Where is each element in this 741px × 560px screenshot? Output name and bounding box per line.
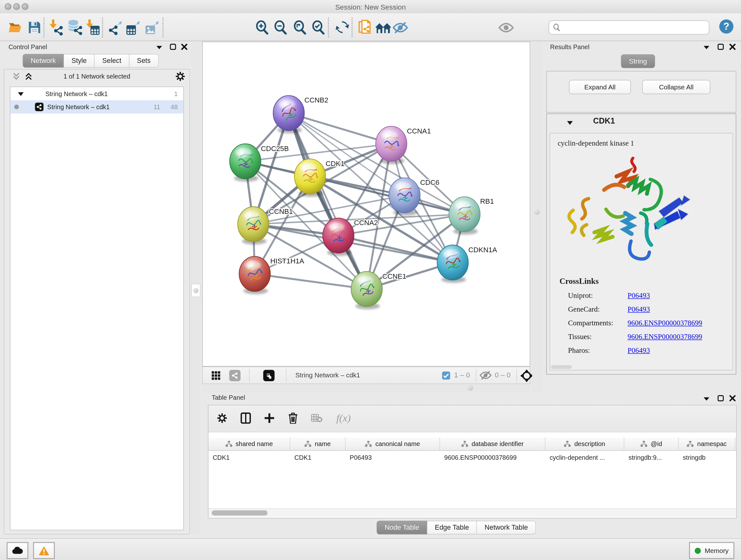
right-splitter[interactable]	[532, 42, 542, 392]
apply-layout-icon[interactable]	[333, 18, 351, 37]
warnings-button[interactable]	[33, 542, 55, 559]
crosslink-label: Pharos:	[568, 346, 628, 355]
table-panel-maximize-icon[interactable]	[718, 395, 724, 401]
import-table-icon[interactable]	[84, 18, 102, 37]
column-header-description[interactable]: description	[545, 437, 624, 450]
results-panel-float-icon[interactable]	[703, 45, 710, 50]
table-header-row[interactable]: shared namenamecanonical namedatabase id…	[208, 437, 736, 450]
table-hscrollbar[interactable]	[208, 509, 736, 517]
tab-string[interactable]: String	[621, 54, 655, 68]
stringapp-home-icon[interactable]	[374, 18, 392, 37]
network-collection-row[interactable]: String Network – cdk1 1	[10, 87, 184, 100]
results-hscroll-thumb[interactable]	[551, 365, 572, 369]
add-column-icon[interactable]	[261, 410, 277, 426]
column-header-canonical-name[interactable]: canonical name	[346, 437, 440, 450]
column-header-namespac[interactable]: namespac	[679, 437, 736, 450]
grid-view-icon[interactable]	[211, 371, 221, 380]
network-row[interactable]: String Network – cdk1 11 48	[10, 100, 184, 113]
import-network-database-icon[interactable]	[66, 18, 84, 37]
toolbar-search[interactable]	[549, 20, 709, 35]
title-bar[interactable]: Session: New Session	[0, 0, 741, 14]
memory-button[interactable]: Memory	[689, 542, 734, 559]
table-row[interactable]: CDK1CDK1P064939606.ENSP00000378699cyclin…	[208, 451, 736, 464]
network-node-CCNA1[interactable]: CCNA1	[376, 126, 431, 165]
column-type-icon	[365, 441, 372, 447]
import-network-file-icon[interactable]	[47, 18, 65, 37]
column-header--id[interactable]: @id	[624, 437, 678, 450]
table-settings-gear-icon[interactable]	[214, 410, 230, 426]
memory-status-dot	[695, 548, 701, 554]
network-node-CDC6[interactable]: CDC6	[389, 178, 440, 216]
show-columns-icon[interactable]	[238, 410, 254, 426]
table-cell[interactable]: P06493	[346, 454, 440, 461]
table-cell[interactable]: cyclin-dependent ...	[545, 454, 624, 461]
zoom-fit-icon[interactable]	[291, 18, 309, 37]
right-splitter-handle[interactable]	[535, 209, 540, 214]
selected-checkbox-icon[interactable]	[442, 371, 451, 380]
crosslink-value-link[interactable]: P06493	[628, 305, 650, 314]
node-table: f(x) shared namenamecanonical namedataba…	[208, 405, 737, 518]
horizontal-splitter[interactable]	[202, 384, 530, 393]
zoom-selected-icon[interactable]	[310, 18, 327, 37]
table-cell[interactable]: 9606.ENSP00000378699	[440, 454, 545, 461]
birdseye-toggle-icon[interactable]	[263, 370, 275, 381]
search-input[interactable]	[563, 23, 709, 32]
results-panel-close-icon[interactable]	[729, 44, 736, 50]
hide-results-panel-icon[interactable]	[391, 18, 409, 37]
crosslink-value-link[interactable]: 9606.ENSP00000378699	[628, 332, 702, 341]
network-node-CDK1[interactable]: CDK1	[294, 159, 345, 197]
duplicate-network-icon[interactable]	[356, 18, 374, 37]
network-node-RB1[interactable]: RB1	[449, 197, 494, 235]
crosslink-value-link[interactable]: P06493	[628, 346, 650, 355]
left-splitter[interactable]	[191, 42, 200, 534]
cloud-status-button[interactable]	[7, 542, 28, 559]
network-node-CCNB2[interactable]: CCNB2	[273, 96, 328, 133]
tab-select[interactable]: Select	[95, 54, 130, 68]
result-collapse-icon[interactable]	[567, 121, 573, 125]
pan-crosshair-icon[interactable]	[520, 369, 533, 382]
help-icon[interactable]: ?	[718, 17, 735, 36]
control-panel-float-icon[interactable]	[156, 45, 163, 50]
expand-all-button[interactable]: Expand All	[569, 80, 631, 94]
crosslink-value-link[interactable]: P06493	[628, 292, 650, 300]
export-network-icon[interactable]	[107, 18, 125, 37]
table-cell[interactable]: stringdb:9...	[624, 454, 678, 461]
hidden-eye-icon	[480, 370, 491, 380]
network-edge[interactable]	[255, 274, 367, 289]
zoom-in-icon[interactable]	[253, 18, 271, 37]
table-panel-close-icon[interactable]	[729, 395, 736, 401]
results-panel-maximize-icon[interactable]	[718, 44, 724, 50]
network-node-CCNE1[interactable]: CCNE1	[351, 271, 406, 309]
crosslink-value-link[interactable]: 9606.ENSP00000378699	[628, 319, 702, 327]
table-panel-float-icon[interactable]	[703, 396, 710, 401]
table-cell[interactable]: CDK1	[208, 454, 290, 461]
tab-node-table[interactable]: Node Table	[377, 521, 427, 535]
network-canvas[interactable]: CCNB2CCNA1CDC25BCDK1CDC6RB1CCNB1CCNA2CDK…	[202, 42, 530, 367]
export-image-icon[interactable]	[144, 18, 161, 37]
column-header-shared-name[interactable]: shared name	[208, 437, 290, 450]
column-header-name[interactable]: name	[290, 437, 345, 450]
tab-sets[interactable]: Sets	[129, 54, 158, 68]
collapse-all-button[interactable]: Collapse All	[642, 80, 710, 94]
column-header-database-identifier[interactable]: database identifier	[440, 437, 545, 450]
table-cell[interactable]: stringdb	[679, 454, 736, 461]
network-panel-gear-icon[interactable]	[175, 71, 185, 81]
delete-column-icon[interactable]	[285, 410, 301, 426]
tab-network-table[interactable]: Network Table	[477, 521, 536, 535]
horizontal-splitter-handle[interactable]	[468, 385, 473, 390]
export-table-icon[interactable]	[125, 18, 143, 37]
control-panel-maximize-icon[interactable]	[170, 44, 177, 50]
control-panel-close-icon[interactable]	[181, 44, 188, 50]
tab-network[interactable]: Network	[23, 54, 64, 68]
left-splitter-handle[interactable]	[192, 284, 200, 297]
tree-expand-icon[interactable]	[18, 91, 23, 96]
tab-style[interactable]: Style	[64, 54, 95, 68]
network-node-CDKN1A[interactable]: CDKN1A	[437, 245, 497, 283]
share-view-icon[interactable]	[229, 370, 241, 381]
tab-edge-table[interactable]: Edge Table	[427, 521, 477, 535]
open-session-icon[interactable]	[7, 18, 24, 37]
save-session-icon[interactable]	[25, 18, 44, 37]
zoom-out-icon[interactable]	[272, 18, 289, 37]
table-cell[interactable]: CDK1	[290, 454, 345, 461]
table-hscroll-thumb[interactable]	[212, 510, 267, 515]
